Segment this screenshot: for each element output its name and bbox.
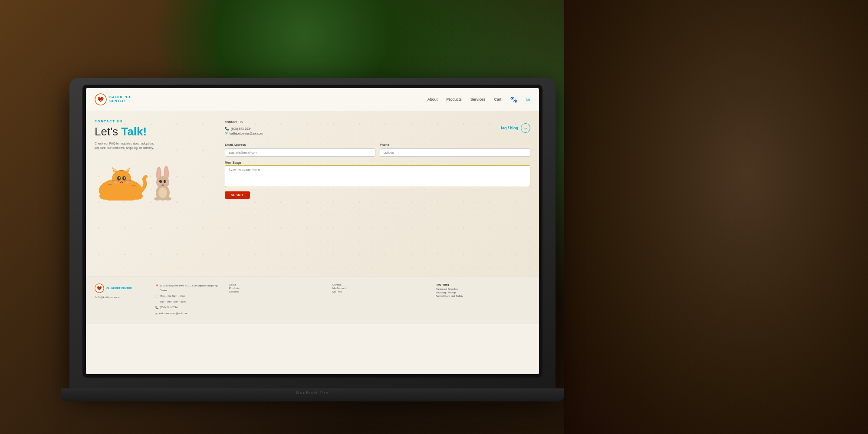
footer-nav-col-1: About Products Services — [229, 283, 324, 317]
footer-animal-care[interactable]: Animal Care and Safety — [436, 295, 530, 297]
nav-services[interactable]: Services — [470, 97, 486, 102]
logo-text: KALIHI PET CENTER — [109, 95, 131, 103]
left-content: CONTACT US Let's Talk! Check our FAQ for… — [95, 120, 216, 267]
footer-address: 📍 1199 Dillingham Blvd #101, City Square… — [155, 283, 220, 293]
svg-point-47 — [99, 288, 99, 288]
nav-products[interactable]: Products — [446, 97, 462, 102]
footer-logo-text: KALIHI PET CENTER — [106, 287, 132, 290]
nav-about[interactable]: About — [427, 97, 438, 102]
svg-point-23 — [125, 181, 130, 184]
message-textarea[interactable] — [225, 165, 530, 187]
contact-us-label: CONTACT US — [95, 120, 216, 123]
svg-point-37 — [158, 187, 167, 198]
contact-info-block: contact us 📞 (808) 841-5234 ✉ kalihipetc… — [225, 120, 263, 136]
social-icons: ⊙ ⊙ — [95, 296, 100, 299]
footer-nav-col-2: Contact My Account My Pets — [332, 283, 427, 317]
svg-point-45 — [97, 287, 98, 288]
footer-logo: KALIHI PET CENTER — [95, 283, 147, 293]
clock-icon: 🕐 — [155, 294, 158, 299]
form-email-phone-row: Email Address Phone — [225, 143, 530, 157]
svg-point-15 — [119, 177, 120, 178]
svg-point-6 — [101, 99, 102, 99]
site-logo: KALIHI PET CENTER — [95, 93, 131, 105]
site-navigation: KALIHI PET CENTER About Products Service… — [86, 88, 539, 111]
svg-point-46 — [101, 287, 102, 288]
headline: Let's Talk! — [95, 125, 216, 138]
bunny-cartoon — [151, 166, 175, 201]
footer-about[interactable]: About — [229, 283, 324, 286]
right-content: contact us 📞 (808) 841-5234 ✉ kalihipetc… — [225, 120, 530, 267]
email-icon: ✉ — [225, 132, 228, 135]
footer-my-pets[interactable]: My Pets — [332, 290, 427, 293]
spacer — [276, 120, 488, 136]
address-icon: 📍 — [155, 284, 158, 289]
svg-point-25 — [131, 193, 143, 200]
svg-point-44 — [100, 286, 101, 287]
phone-input[interactable] — [380, 148, 530, 157]
svg-point-40 — [157, 182, 161, 184]
email-group: Email Address — [225, 143, 375, 157]
contact-info-row: contact us 📞 (808) 841-5234 ✉ kalihipetc… — [225, 120, 530, 136]
nav-cart[interactable]: Cart — [494, 97, 501, 102]
email-label: Email Address — [225, 143, 375, 146]
account-paw-icon: 🐾 — [510, 96, 517, 103]
faq-arrow-icon: → — [521, 123, 530, 133]
footer-email: ✉ kalihipetcenter@aol.com — [155, 311, 220, 316]
svg-point-41 — [165, 182, 168, 184]
email-input[interactable] — [225, 148, 375, 157]
svg-point-16 — [124, 177, 125, 178]
svg-point-39 — [164, 197, 171, 201]
main-content: CONTACT US Let's Talk! Check our FAQ for… — [86, 111, 539, 276]
svg-point-5 — [100, 99, 100, 99]
message-group: Mew-Ssage — [225, 161, 530, 189]
cat-cartoon — [95, 159, 151, 201]
footer-shipping[interactable]: Shipping / Pickup — [436, 291, 530, 294]
footer-my-account[interactable]: My Account — [332, 287, 427, 289]
submit-button[interactable]: SUBMIT — [225, 191, 250, 199]
site-footer: KALIHI PET CENTER ⊙ ⊙ @kalihipetcenter � — [86, 276, 539, 324]
svg-point-43 — [98, 286, 99, 287]
svg-point-1 — [99, 97, 100, 98]
footer-logo-section: KALIHI PET CENTER ⊙ ⊙ @kalihipetcenter — [95, 283, 147, 317]
footer-hours1: 🕐 Mon – Fri: 9am – 7pm — [155, 294, 220, 299]
footer-email-icon: ✉ — [155, 312, 158, 316]
footer-hours2: Sat – Sun: 9am – 5pm — [155, 299, 220, 304]
svg-point-4 — [102, 98, 103, 99]
svg-point-8 — [112, 170, 131, 187]
footer-logo-icon — [95, 283, 104, 293]
laptop-body: KALIHI PET CENTER About Products Service… — [69, 78, 556, 391]
footer-faq-heading: FAQ / Blog — [436, 283, 530, 286]
phone-label: Phone — [380, 143, 530, 146]
svg-point-48 — [100, 288, 100, 288]
footer-nav-col-3: FAQ / Blog Partnered Breeders Shipping /… — [436, 283, 530, 317]
contact-phone: 📞 (808) 841-5234 — [225, 127, 263, 131]
footer-phone: 📞 (808) 841-5234 — [155, 305, 220, 310]
cat-photo — [564, 0, 868, 434]
nav-account-label[interactable]: Me — [526, 98, 530, 101]
nav-links: About Products Services Cart 🐾 Me — [427, 96, 530, 103]
phone-group: Phone — [380, 143, 530, 157]
animals-illustration — [95, 159, 216, 201]
website-screen: KALIHI PET CENTER About Products Service… — [86, 88, 539, 374]
message-label: Mew-Ssage — [225, 161, 530, 164]
svg-point-35 — [165, 181, 166, 181]
faq-blog-button[interactable]: faq / blog → — [501, 120, 530, 136]
contact-info-title: contact us — [225, 120, 263, 124]
footer-social: ⊙ ⊙ @kalihipetcenter — [95, 296, 147, 299]
svg-point-22 — [113, 181, 118, 184]
svg-point-3 — [98, 98, 99, 99]
footer-contact[interactable]: Contact — [332, 283, 427, 286]
footer-breeders[interactable]: Partnered Breeders — [436, 288, 530, 290]
logo-icon — [95, 93, 107, 105]
svg-point-2 — [102, 97, 103, 98]
footer-phone-icon: 📞 — [155, 306, 158, 310]
laptop-base — [61, 388, 564, 401]
contact-email: ✉ kalihipetcenter@aol.com — [225, 132, 263, 135]
screen-bezel: KALIHI PET CENTER About Products Service… — [82, 85, 542, 378]
footer-info: 📍 1199 Dillingham Blvd #101, City Square… — [155, 283, 220, 317]
faq-blog-label: faq / blog — [501, 126, 518, 130]
laptop: KALIHI PET CENTER About Products Service… — [69, 78, 556, 391]
svg-point-34 — [161, 181, 161, 181]
footer-services[interactable]: Services — [229, 290, 324, 293]
footer-products[interactable]: Products — [229, 287, 324, 289]
